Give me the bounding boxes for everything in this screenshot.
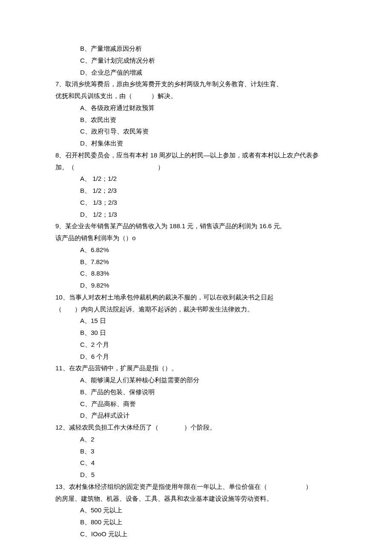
q10-option-b: B、30 日 [55, 327, 337, 339]
question-12-stem: 12、减轻农民负担工作大体经历了（ ）个阶段。 [55, 421, 337, 433]
q7-option-a: A、各级政府通过财政预算 [55, 102, 337, 114]
q7-option-c: C、政府引导、农民筹资 [55, 125, 337, 137]
q11-option-d: D、产品样式设计 [55, 410, 337, 421]
q13-option-c: C、IOoO 元以上 [55, 528, 337, 540]
q8-option-a: A、 1/2；1/2 [55, 173, 337, 185]
question-13-stem-cont: 的房屋、建筑物、机器、设备、工具、器具和农业基本建设设施等劳动资料。 [55, 493, 337, 505]
q7-option-b: B、农民出资 [55, 114, 337, 126]
question-9-stem: 9、某企业去年销售某产品的销售收入为 188.1 元，销售该产品的利润为 16.… [55, 220, 337, 232]
q11-option-c: C、产品商标、商誉 [55, 398, 337, 410]
q12-option-b: B、3 [55, 445, 337, 457]
q8-option-d: D、 1/2；1/3 [55, 209, 337, 221]
q9-option-c: C、8.83% [55, 267, 337, 279]
q12-option-a: A、2 [55, 433, 337, 445]
q10-option-c: C、2 个月 [55, 339, 337, 351]
question-8-stem: 8、召开村民委员会，应当有本村 18 周岁以上的村民—以上参加，或者有本村以上农… [55, 149, 337, 161]
q9-option-d: D、9.82% [55, 279, 337, 291]
q9-option-b: B、7.82% [55, 256, 337, 268]
q12-option-d: D、5 [55, 469, 337, 481]
question-10-stem: 10、当事人对农村土地承包仲裁机构的裁决不服的，可以在收到裁决书之日起 [55, 291, 337, 303]
question-7-stem: 7、取消乡统筹费后，原由乡统筹费开支的乡村两级九年制义务教育、计划生育、 [55, 78, 337, 90]
q10-option-a: A、15 日 [55, 315, 337, 327]
q13-option-b: B、800 元以上 [55, 516, 337, 528]
question-13-stem: 13、农村集体经济组织的固定资产是指使用年限在一年以上、单位价值在（ ） [55, 481, 337, 493]
question-8-stem-cont: 加。（ ） [55, 161, 337, 173]
question-9-stem-cont: 该产品的销售利润率为（）o [55, 232, 337, 244]
question-10-stem-cont: （ ）内向人民法院起诉。逾期不起诉的，裁决书即发生法律效力。 [55, 303, 337, 315]
q8-option-c: C、 1/3；2/3 [55, 197, 337, 209]
option-c: C、产量计划完成情况分析 [55, 55, 337, 67]
q11-option-b: B、产品的包装、保修说明 [55, 386, 337, 398]
option-b: B、产量增减原因分析 [55, 43, 337, 55]
q9-option-a: A、6.82% [55, 244, 337, 256]
question-7-stem-cont: 优抚和民兵训练支出，由（ ）解决。 [55, 90, 337, 102]
q10-option-d: D、6 个月 [55, 351, 337, 363]
q11-option-a: A、能够满足人们某种核心利益需要的部分 [55, 374, 337, 386]
q8-option-b: B、 1/2；2/3 [55, 185, 337, 197]
q7-option-d: D、村集体出资 [55, 137, 337, 149]
question-11-stem: 11、在农产品营销中，扩展产品是指（）。 [55, 362, 337, 374]
option-d: D、企业总产值的增减 [55, 67, 337, 78]
q13-option-a: A、500 元以上 [55, 504, 337, 516]
q12-option-c: C、4 [55, 457, 337, 469]
